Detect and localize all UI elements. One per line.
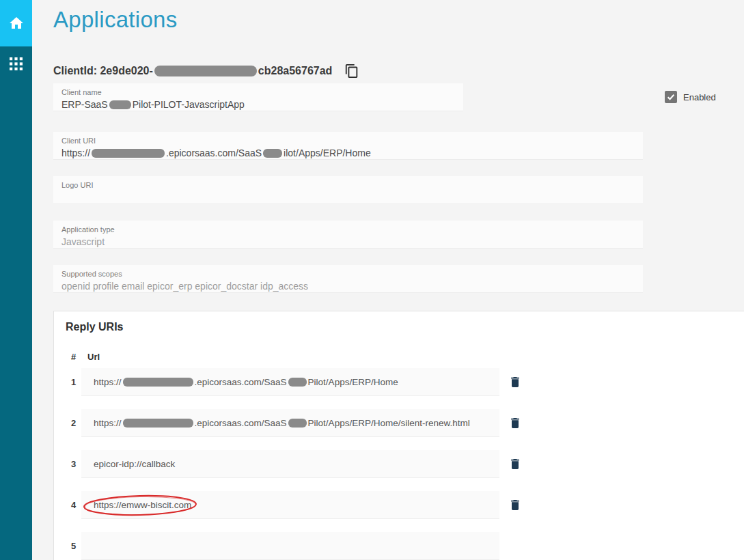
reply-uris-title: Reply URIs [66,321,744,333]
sidebar [0,0,32,560]
field-value: ERP-SaaSPilot-PILOT-JavascriptApp [61,99,455,111]
client-fields: Client name ERP-SaaSPilot-PILOT-Javascri… [53,83,744,293]
copy-icon [344,64,359,79]
reply-uri-input[interactable]: https://.epicorsaas.com/SaaSPilot/Apps/E… [81,368,499,396]
text-segment: https://emww-biscit.com [94,500,191,510]
reply-uri-row: 1 https://.epicorsaas.com/SaaSPilot/Apps… [71,368,744,396]
reply-uri-value: https://emww-biscit.com [94,500,191,510]
field-logo-uri[interactable]: Logo URI [53,176,643,204]
field-value: openid profile email epicor_erp epicor_d… [61,281,635,292]
trash-icon [508,415,522,431]
field-label: Application type [61,225,635,234]
page-title: Applications [53,7,744,33]
text-segment: .epicorsaas.com/SaaS [166,148,262,159]
row-number: 2 [71,418,81,428]
delete-reply-uri-button[interactable] [508,374,522,390]
delete-reply-uri-button[interactable] [508,456,522,472]
reply-uri-input[interactable]: https://emww-biscit.com [81,491,499,519]
field-supported-scopes: Supported scopes openid profile email ep… [53,265,643,293]
reply-uri-input[interactable]: epicor-idp://callback [81,450,499,478]
reply-uris-card: Reply URIs # Url 1 https://.epicorsaas.c… [53,311,744,560]
text-segment: Pilot/Apps/ERP/Home/silent-renew.html [308,418,470,428]
field-label: Supported scopes [61,270,635,279]
redacted-text [288,419,307,428]
redacted-text [109,100,131,109]
row-number: 3 [71,459,81,469]
text-segment: .epicorsaas.com/SaaS [195,418,287,428]
trash-icon [508,374,522,390]
redacted-text [92,149,165,158]
text-segment: ClientId: 2e9de020- [53,65,153,77]
text-segment: cb28a56767ad [258,65,333,77]
text-segment: ERP-SaaS [61,99,108,111]
check-icon [666,92,676,102]
enabled-checkbox-row[interactable]: Enabled [665,91,716,103]
redacted-text [154,66,257,76]
redacted-text [263,149,282,158]
reply-uris-rows: 1 https://.epicorsaas.com/SaaSPilot/Apps… [54,368,744,560]
home-icon [8,15,25,31]
redacted-text [288,378,307,387]
sidebar-item-apps[interactable] [0,46,32,81]
field-client-uri[interactable]: Client URI https://.epicorsaas.com/SaaSi… [53,132,643,160]
row-number: 1 [71,377,81,387]
reply-uri-row: 5 [71,532,744,560]
client-id-text: ClientId: 2e9de020-cb28a56767ad [53,65,332,77]
text-segment: Pilot/Apps/ERP/Home [308,377,398,387]
sidebar-item-home[interactable] [0,0,32,46]
field-value: Javascript [61,236,635,248]
redacted-text [123,378,193,387]
copy-client-id-button[interactable] [344,64,359,79]
text-segment: https:// [94,418,122,428]
field-value: https://.epicorsaas.com/SaaSilot/Apps/ER… [61,148,635,159]
reply-uri-value: epicor-idp://callback [94,459,175,469]
text-segment: Javascript [61,236,105,248]
reply-uri-input[interactable]: https://.epicorsaas.com/SaaSPilot/Apps/E… [81,409,499,437]
text-segment: .epicorsaas.com/SaaS [195,377,287,387]
reply-uri-row: 3 epicor-idp://callback [71,450,744,478]
reply-uri-row: 2 https://.epicorsaas.com/SaaSPilot/Apps… [71,409,744,437]
reply-uri-row: 4 https://emww-biscit.com [71,491,744,519]
text-segment: https:// [61,148,90,159]
reply-uri-input[interactable] [81,532,499,560]
enabled-checkbox[interactable] [665,91,677,103]
trash-icon [508,456,522,472]
column-header-number: # [71,352,81,362]
enabled-label: Enabled [683,92,716,102]
field-client-name[interactable]: Client name ERP-SaaSPilot-PILOT-Javascri… [53,83,463,111]
trash-icon [508,497,522,513]
delete-reply-uri-button[interactable] [508,497,522,513]
field-label: Logo URI [61,181,635,190]
client-id-row: ClientId: 2e9de020-cb28a56767ad [53,63,744,79]
delete-reply-uri-button[interactable] [508,415,522,431]
reply-uri-value: https://.epicorsaas.com/SaaSPilot/Apps/E… [94,418,470,428]
apps-grid-icon [10,57,23,70]
main-content: Applications ClientId: 2e9de020-cb28a567… [32,0,744,560]
text-segment: Pilot-PILOT-JavascriptApp [133,99,245,111]
field-label: Client URI [61,137,635,145]
column-header-url: Url [87,352,100,362]
field-label: Client name [61,88,455,97]
text-segment: https:// [94,377,122,387]
field-application-type: Application type Javascript [53,221,643,249]
redacted-text [123,419,193,428]
reply-uri-value: https://.epicorsaas.com/SaaSPilot/Apps/E… [94,377,398,387]
text-segment: epicor-idp://callback [94,459,175,469]
text-segment: ilot/Apps/ERP/Home [284,148,371,159]
row-number: 4 [71,500,81,510]
row-number: 5 [71,541,81,551]
text-segment: openid profile email epicor_erp epicor_d… [61,281,308,292]
reply-uris-table-header: # Url [71,352,744,362]
